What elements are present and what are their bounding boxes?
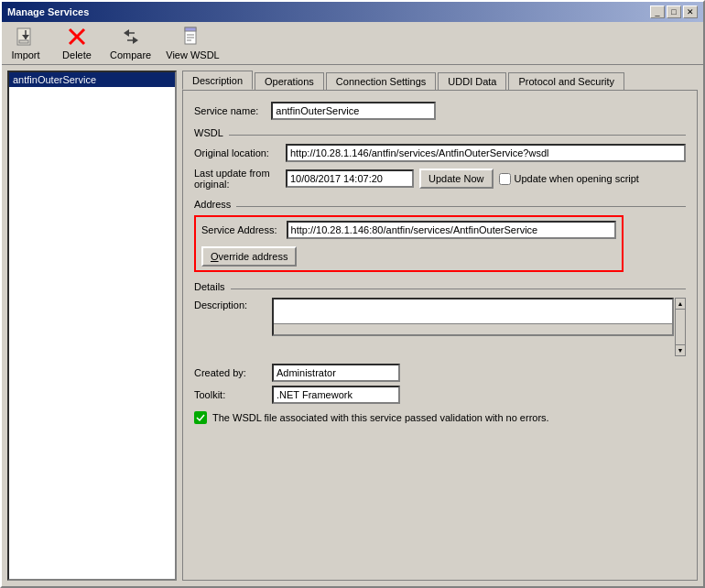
view-wsdl-button[interactable]: View WSDL bbox=[166, 26, 219, 60]
original-location-input[interactable] bbox=[286, 144, 686, 162]
svg-rect-11 bbox=[185, 27, 196, 31]
toolkit-row: Toolkit: bbox=[194, 386, 686, 404]
validation-message: The WSDL file associated with this servi… bbox=[212, 412, 549, 423]
desc-scrollbar-vertical[interactable]: ▲ ▼ bbox=[675, 298, 686, 356]
svg-rect-15 bbox=[195, 412, 206, 423]
toolkit-input[interactable] bbox=[272, 386, 400, 404]
delete-label: Delete bbox=[62, 49, 92, 60]
delete-icon bbox=[66, 26, 88, 48]
main-content: antfinOuterService Description Operation… bbox=[2, 65, 703, 586]
description-area-container bbox=[272, 298, 674, 336]
tab-operations[interactable]: Operations bbox=[255, 72, 324, 90]
toolbar: Import Delete Compare bbox=[2, 22, 703, 65]
validation-row: The WSDL file associated with this servi… bbox=[194, 411, 686, 424]
original-location-label: Original location: bbox=[194, 147, 286, 158]
address-highlight-box: Service Address: Override address bbox=[194, 215, 624, 272]
update-when-opening-checkbox[interactable] bbox=[499, 173, 511, 185]
wsdl-section-header: WSDL bbox=[194, 127, 686, 138]
wsdl-title: WSDL bbox=[194, 127, 223, 138]
service-name-label: Service name: bbox=[194, 105, 258, 116]
override-address-row: Override address bbox=[201, 246, 616, 267]
close-button[interactable]: ✕ bbox=[683, 5, 698, 18]
last-update-row: Last update from original: Update Now Up… bbox=[194, 168, 686, 190]
svg-rect-1 bbox=[19, 40, 28, 43]
created-by-input[interactable] bbox=[272, 364, 400, 382]
description-label: Description: bbox=[194, 298, 272, 310]
view-wsdl-icon bbox=[181, 26, 203, 48]
desc-scrollbar-horizontal[interactable] bbox=[274, 323, 672, 334]
service-name-input[interactable] bbox=[271, 102, 436, 120]
description-row: Description: ▲ ▼ bbox=[194, 298, 686, 356]
address-section: Address Service Address: Override addres… bbox=[194, 199, 686, 272]
service-address-row: Service Address: bbox=[201, 221, 616, 239]
import-label: Import bbox=[11, 49, 39, 60]
compare-label: Compare bbox=[110, 49, 151, 60]
created-by-row: Created by: bbox=[194, 364, 686, 382]
title-buttons: _ □ ✕ bbox=[650, 5, 698, 18]
tab-uddi-data[interactable]: UDDI Data bbox=[438, 72, 506, 90]
details-title: Details bbox=[194, 281, 225, 292]
sidebar: antfinOuterService bbox=[7, 71, 177, 581]
maximize-button[interactable]: □ bbox=[667, 5, 681, 18]
created-by-label: Created by: bbox=[194, 367, 272, 378]
original-location-row: Original location: bbox=[194, 144, 686, 162]
tab-protocol-security[interactable]: Protocol and Security bbox=[508, 72, 624, 90]
address-title: Address bbox=[194, 199, 231, 210]
description-textarea[interactable] bbox=[274, 299, 672, 323]
tab-description[interactable]: Description bbox=[182, 71, 253, 90]
manage-services-window: Manage Services _ □ ✕ Import bbox=[0, 0, 705, 588]
compare-button[interactable]: Compare bbox=[110, 26, 151, 60]
address-section-header: Address bbox=[194, 199, 686, 210]
import-button[interactable]: Import bbox=[7, 26, 44, 60]
service-name-row: Service name: bbox=[194, 102, 686, 120]
last-update-label: Last update from original: bbox=[194, 168, 286, 190]
right-panel: Description Operations Connection Settin… bbox=[182, 71, 698, 581]
wsdl-divider bbox=[229, 135, 686, 136]
wsdl-section: WSDL Original location: Last update from… bbox=[194, 127, 686, 190]
view-wsdl-label: View WSDL bbox=[166, 49, 219, 60]
minimize-button[interactable]: _ bbox=[650, 5, 665, 18]
override-address-label: Override address bbox=[211, 251, 287, 262]
tabs: Description Operations Connection Settin… bbox=[182, 71, 698, 90]
last-update-input[interactable] bbox=[286, 169, 414, 188]
override-address-button[interactable]: Override address bbox=[201, 246, 297, 267]
compare-icon bbox=[120, 26, 142, 48]
service-address-input[interactable] bbox=[287, 221, 616, 239]
validation-icon bbox=[194, 411, 207, 424]
delete-button[interactable]: Delete bbox=[59, 26, 95, 60]
title-bar: Manage Services _ □ ✕ bbox=[2, 2, 703, 22]
tab-content-description: Service name: WSDL Original location: bbox=[182, 90, 698, 581]
address-divider bbox=[236, 206, 686, 207]
toolkit-label: Toolkit: bbox=[194, 389, 272, 400]
service-address-label: Service Address: bbox=[201, 224, 277, 235]
update-now-button[interactable]: Update Now bbox=[419, 169, 494, 189]
details-section: Details Description: ▲ bbox=[194, 281, 686, 424]
update-row: Update Now Update when opening script bbox=[286, 169, 639, 189]
details-divider bbox=[231, 289, 686, 289]
tab-connection-settings[interactable]: Connection Settings bbox=[326, 72, 436, 90]
sidebar-item-antfin[interactable]: antfinOuterService bbox=[9, 72, 175, 87]
details-section-header: Details bbox=[194, 281, 686, 292]
update-when-opening-row: Update when opening script bbox=[499, 173, 639, 185]
update-when-opening-label: Update when opening script bbox=[515, 173, 639, 184]
window-title: Manage Services bbox=[7, 6, 89, 17]
import-icon bbox=[15, 26, 37, 48]
